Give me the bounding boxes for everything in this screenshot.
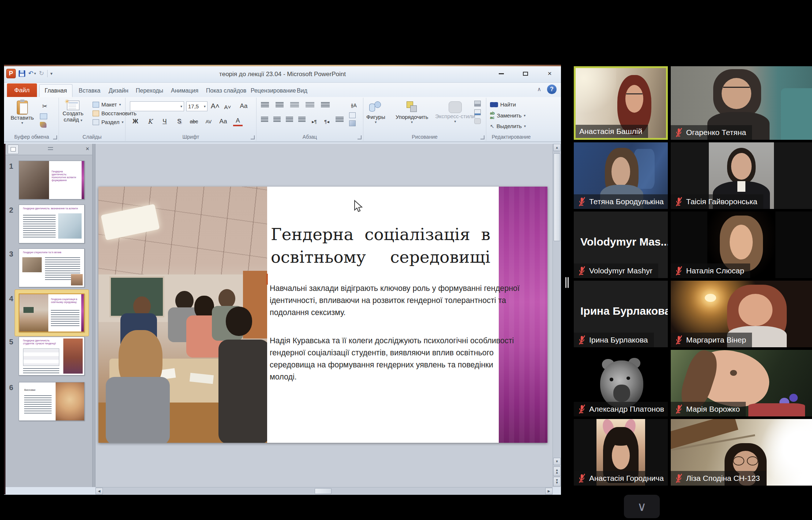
help-icon[interactable]: ?: [547, 85, 557, 94]
participant-tile[interactable]: Таісія Гайворонська: [671, 142, 812, 209]
panel-splitter[interactable]: [92, 144, 96, 487]
participant-tile[interactable]: Ліза Сподіна СН-123: [671, 419, 812, 486]
participant-tile[interactable]: Наталія Слюсар: [671, 212, 812, 278]
numbering-icon[interactable]: [276, 102, 284, 108]
shape-outline-icon[interactable]: [474, 109, 481, 115]
participant-tile[interactable]: Александр Платонов: [574, 350, 668, 416]
tab-view[interactable]: Вид: [292, 84, 313, 97]
slide-thumbnail-3[interactable]: Гендерні стереотипи та їх вплив: [19, 248, 85, 287]
scroll-down-icon[interactable]: ▼: [553, 458, 561, 465]
italic-button[interactable]: K: [145, 117, 155, 126]
find-button[interactable]: Найти: [490, 101, 526, 108]
font-name-combobox[interactable]: ▾: [130, 101, 184, 111]
slide-title[interactable]: Гендерна соціалізація в освітньому серед…: [271, 223, 490, 269]
collapse-ribbon-icon[interactable]: ∧: [537, 86, 541, 93]
copy-icon[interactable]: [40, 113, 47, 119]
strikethrough-button[interactable]: abc: [189, 117, 199, 126]
bold-button[interactable]: Ж: [131, 117, 140, 126]
participant-tile[interactable]: Маргарита Вінер: [671, 281, 812, 347]
title-bar[interactable]: P ↶ ▾ ↻ ▾ теорія до лекції 23.04 - Micro…: [4, 66, 561, 83]
current-slide[interactable]: Гендерна соціалізація в освітньому серед…: [98, 187, 547, 443]
close-button[interactable]: ×: [541, 68, 558, 79]
underline-button[interactable]: Ч: [160, 117, 169, 126]
line-spacing-icon[interactable]: [321, 102, 330, 108]
character-spacing-button[interactable]: AV: [204, 117, 213, 126]
horizontal-scrollbar[interactable]: ◀ ▶: [96, 487, 553, 494]
next-slide-button[interactable]: ▼▼: [553, 477, 561, 486]
slide-thumbnail-4[interactable]: Гендерна соціалізація в освітньому серед…: [19, 293, 85, 332]
slide-thumbnail-1[interactable]: Гендерна ідентичність: психологічні аспе…: [19, 161, 85, 199]
align-right-icon[interactable]: [286, 117, 293, 123]
slide-thumbnail-6[interactable]: Висновки: [19, 382, 85, 421]
new-slide-button[interactable]: ✳ Создать слайд ▾: [63, 101, 83, 123]
slide-thumbnail-2[interactable]: Гендерна ідентичність: визначення та асп…: [19, 205, 85, 243]
participant-tile[interactable]: Тетяна Бородулькіна: [574, 142, 668, 209]
customize-qat-icon[interactable]: ▾: [50, 70, 53, 78]
shape-effects-icon[interactable]: [474, 118, 481, 124]
font-color-button[interactable]: A: [233, 117, 243, 126]
quick-styles-button[interactable]: Экспресс-стили▾: [435, 101, 475, 123]
slide-paragraph-2[interactable]: Надія Куравська та її колеги досліджують…: [270, 335, 504, 383]
shape-fill-icon[interactable]: [474, 101, 481, 106]
minimize-button[interactable]: [493, 68, 510, 79]
decrease-indent-icon[interactable]: [290, 102, 299, 108]
justify-icon[interactable]: [298, 117, 306, 123]
clear-formatting-icon[interactable]: Аа: [239, 101, 248, 111]
paste-button[interactable]: Вставить ▾: [11, 101, 34, 125]
ltr-direction-icon[interactable]: ▸¶: [311, 117, 318, 126]
save-icon[interactable]: [19, 70, 25, 77]
smartart-icon[interactable]: [349, 120, 356, 126]
previous-slide-button[interactable]: ▲▲: [553, 467, 561, 476]
tab-home[interactable]: Главная: [39, 84, 72, 97]
cut-icon[interactable]: ✂: [40, 101, 49, 111]
align-text-icon[interactable]: [349, 112, 356, 118]
scroll-left-icon[interactable]: ◀: [96, 488, 103, 494]
close-panel-icon[interactable]: ×: [86, 145, 89, 153]
redo-icon[interactable]: ↻: [39, 70, 44, 78]
shapes-button[interactable]: Фигуры▾: [366, 101, 385, 124]
scroll-up-icon[interactable]: ▲: [553, 144, 561, 151]
bullets-icon[interactable]: [261, 102, 269, 108]
drawing-dialog-launcher-icon[interactable]: [480, 135, 484, 139]
vertical-scroll-thumb[interactable]: [554, 153, 560, 241]
tab-insert[interactable]: Вставка: [74, 84, 105, 97]
increase-font-icon[interactable]: A˄: [210, 101, 220, 111]
format-painter-icon[interactable]: [40, 122, 46, 128]
participant-tile[interactable]: Огаренко Тетяна: [671, 66, 812, 140]
participant-tile[interactable]: Анастасія Башлій: [574, 66, 668, 140]
participant-tile[interactable]: Ірина Бурлакова Ірина Бурлакова: [574, 281, 668, 347]
font-size-combobox[interactable]: 17,5▾: [186, 101, 207, 111]
increase-indent-icon[interactable]: [306, 102, 314, 108]
tab-transitions[interactable]: Переходы: [131, 84, 168, 97]
maximize-button[interactable]: [517, 68, 534, 79]
rtl-direction-icon[interactable]: ¶◂: [323, 117, 330, 126]
slide-paragraph-1[interactable]: Навчальні заклади відіграють ключову рол…: [270, 283, 504, 319]
participant-tile[interactable]: Анастасія Городнича: [574, 419, 668, 486]
tab-design[interactable]: Дизайн: [104, 84, 134, 97]
align-center-icon[interactable]: [273, 117, 281, 123]
replace-button[interactable]: abacЗаменить ▾: [490, 111, 526, 120]
arrange-button[interactable]: Упорядочить▾: [396, 101, 428, 124]
decrease-font-icon[interactable]: A˅: [223, 102, 232, 112]
vertical-scrollbar[interactable]: ▲ ▼ ▲▲ ▼▼: [553, 144, 561, 487]
text-shadow-button[interactable]: S: [175, 117, 184, 126]
horizontal-scroll-thumb[interactable]: [315, 488, 332, 494]
select-button[interactable]: ↖Выделить ▾: [490, 123, 526, 129]
tab-file[interactable]: Файл: [7, 83, 37, 97]
slides-tab[interactable]: [8, 145, 19, 154]
powerpoint-logo-icon[interactable]: P: [6, 69, 16, 78]
tab-animations[interactable]: Анимация: [166, 84, 203, 97]
align-left-icon[interactable]: [261, 117, 268, 123]
participant-tile[interactable]: Марія Ворожко: [671, 350, 812, 416]
font-dialog-launcher-icon[interactable]: [251, 135, 255, 139]
undo-dropdown-icon[interactable]: ▾: [34, 70, 36, 78]
expand-gallery-button[interactable]: ∨: [624, 495, 660, 518]
participant-tile[interactable]: Volodymyr Mas... Volodymyr Mashyr: [574, 212, 668, 278]
text-direction-icon[interactable]: ⫵A: [349, 101, 359, 110]
scroll-right-icon[interactable]: ▶: [545, 488, 553, 494]
undo-icon[interactable]: ↶: [28, 70, 33, 78]
outline-tab[interactable]: [45, 145, 56, 154]
columns-icon[interactable]: [336, 117, 344, 123]
slide-thumbnail-5[interactable]: Гендерна ідентичність студентів: сучасні…: [19, 337, 85, 375]
clipboard-dialog-launcher-icon[interactable]: [53, 135, 57, 139]
